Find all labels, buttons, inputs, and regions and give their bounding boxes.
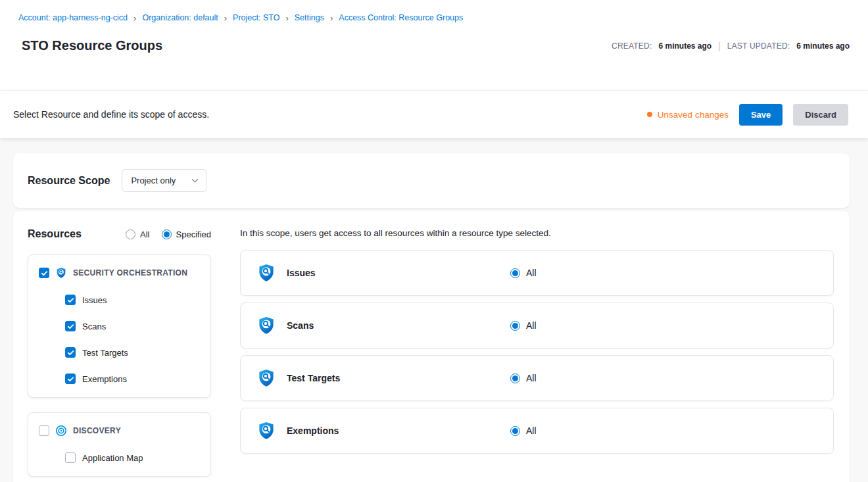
resources-section: Resources All Specified — [13, 211, 850, 482]
group-label: DISCOVERY — [73, 426, 121, 435]
radio-option-specified[interactable]: Specified — [162, 229, 211, 239]
header-meta: CREATED: 6 minutes ago | LAST UPDATED: 6… — [612, 41, 850, 51]
breadcrumb-chevron-icon: › — [133, 14, 136, 22]
radio-all-label: All — [140, 229, 149, 239]
chevron-down-icon — [192, 176, 199, 183]
resource-row-exemptions: Exemptions All — [240, 408, 834, 454]
breadcrumb-chevron-icon: › — [285, 14, 288, 22]
resource-row-test-targets: Test Targets All — [240, 355, 834, 401]
resource-item-issues[interactable]: Issues — [65, 295, 200, 305]
resource-row-issues: Issues All — [240, 250, 834, 296]
page-header: Account: app-harness-ng-cicd › Organizat… — [0, 0, 868, 90]
item-label: Exemptions — [82, 374, 127, 384]
access-all-radio-icon[interactable] — [510, 321, 520, 331]
row-access-option[interactable]: All — [510, 268, 537, 278]
scope-main-panel: In this scope, users get access to all r… — [224, 211, 850, 473]
unsaved-changes-label: Unsaved changes — [658, 110, 729, 120]
item-label: Application Map — [82, 453, 143, 463]
meta-divider: | — [718, 41, 721, 51]
access-all-label: All — [526, 320, 537, 331]
page-title: STO Resource Groups — [22, 38, 162, 53]
last-updated-label: LAST UPDATED: — [727, 41, 790, 51]
item-label: Test Targets — [82, 348, 128, 358]
breadcrumb-chevron-icon: › — [224, 14, 227, 22]
breadcrumb: Account: app-harness-ng-cicd › Organizat… — [18, 13, 850, 22]
resource-group-security-orchestration: SECURITY ORCHESTRATION Issues Scans — [28, 254, 211, 398]
breadcrumb-settings-link[interactable]: Settings — [295, 13, 324, 22]
access-all-radio-icon[interactable] — [510, 426, 520, 436]
last-updated-value: 6 minutes ago — [796, 41, 850, 51]
resources-filter-radios: All Specified — [126, 229, 211, 239]
breadcrumb-chevron-icon: › — [330, 14, 333, 22]
breadcrumb-organization-link[interactable]: Organization: default — [142, 13, 218, 22]
discovery-target-icon — [55, 425, 67, 437]
item-label: Scans — [82, 322, 106, 331]
created-value: 6 minutes ago — [658, 41, 711, 51]
discovery-checkbox[interactable] — [39, 425, 49, 436]
row-label: Test Targets — [287, 373, 340, 383]
access-all-label: All — [526, 373, 537, 383]
resource-group-discovery: DISCOVERY Application Map — [28, 412, 211, 477]
row-access-option[interactable]: All — [510, 373, 537, 383]
row-label: Issues — [287, 268, 316, 278]
resource-item-application-map[interactable]: Application Map — [65, 452, 200, 463]
discard-button[interactable]: Discard — [793, 104, 848, 126]
resource-scope-selected-value: Project only — [131, 176, 176, 185]
access-all-label: All — [526, 268, 537, 278]
unsaved-changes-indicator: Unsaved changes — [647, 110, 729, 120]
resources-sidebar: Resources All Specified — [13, 211, 224, 482]
group-label: SECURITY ORCHESTRATION — [73, 268, 187, 277]
resource-scope-title: Resource Scope — [28, 175, 110, 187]
item-label: Issues — [82, 295, 107, 305]
breadcrumb-access-control-link[interactable]: Access Control: Resource Groups — [339, 13, 463, 22]
breadcrumb-project-link[interactable]: Project: STO — [233, 13, 279, 22]
security-shield-icon — [256, 421, 276, 441]
security-shield-icon — [55, 267, 67, 279]
resource-item-test-targets[interactable]: Test Targets — [65, 347, 200, 358]
resource-item-exemptions[interactable]: Exemptions — [65, 374, 200, 384]
resource-item-scans[interactable]: Scans — [65, 321, 200, 331]
action-toolbar: Select Resource and define its scope of … — [0, 90, 868, 138]
radio-specified-icon[interactable] — [162, 229, 172, 239]
resources-title: Resources — [28, 228, 82, 240]
test-targets-checkbox[interactable] — [65, 347, 76, 358]
breadcrumb-account-link[interactable]: Account: app-harness-ng-cicd — [18, 13, 128, 22]
security-shield-icon — [256, 263, 276, 283]
exemptions-checkbox[interactable] — [65, 374, 76, 384]
created-label: CREATED: — [612, 41, 652, 51]
save-button[interactable]: Save — [739, 104, 783, 126]
issues-checkbox[interactable] — [65, 295, 76, 305]
security-shield-icon — [256, 368, 276, 388]
content-area: Resource Scope Project only Resources Al… — [0, 138, 868, 482]
resource-scope-dropdown[interactable]: Project only — [122, 169, 206, 192]
scope-description: In this scope, users get access to all r… — [240, 228, 834, 238]
access-all-label: All — [526, 425, 537, 436]
security-orchestration-checkbox[interactable] — [39, 268, 49, 278]
application-map-checkbox[interactable] — [65, 452, 76, 463]
row-label: Exemptions — [287, 425, 339, 436]
row-access-option[interactable]: All — [510, 320, 537, 331]
toolbar-description: Select Resource and define its scope of … — [13, 109, 209, 120]
radio-option-all[interactable]: All — [126, 229, 149, 239]
resource-row-scans: Scans All — [240, 302, 834, 349]
unsaved-dot-icon — [647, 112, 652, 117]
radio-specified-label: Specified — [176, 229, 211, 239]
scans-checkbox[interactable] — [65, 321, 76, 331]
row-label: Scans — [287, 320, 314, 331]
resource-scope-card: Resource Scope Project only — [13, 153, 850, 208]
row-access-option[interactable]: All — [510, 425, 537, 436]
access-all-radio-icon[interactable] — [510, 268, 520, 278]
radio-all-icon[interactable] — [126, 229, 135, 239]
security-shield-icon — [256, 316, 276, 335]
access-all-radio-icon[interactable] — [510, 374, 520, 383]
